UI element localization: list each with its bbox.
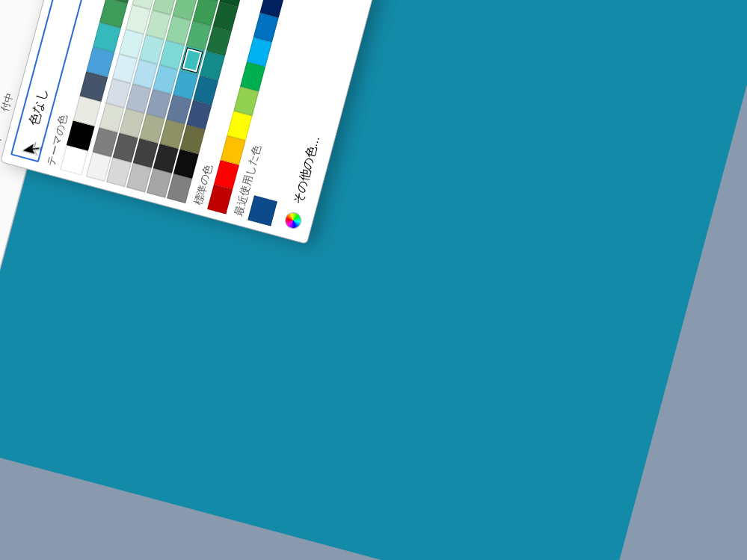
color-swatch[interactable] [247, 37, 272, 67]
color-swatch[interactable] [227, 111, 253, 141]
color-swatch[interactable] [240, 62, 265, 92]
color-wheel-icon [283, 210, 304, 230]
more-colors-label: その他の色... [290, 135, 323, 206]
color-swatch[interactable] [221, 135, 246, 165]
color-swatch[interactable] [233, 86, 259, 116]
color-swatch[interactable] [253, 13, 279, 43]
color-swatch[interactable] [207, 185, 233, 215]
color-swatch[interactable] [248, 195, 277, 226]
color-swatch[interactable] [214, 160, 239, 190]
